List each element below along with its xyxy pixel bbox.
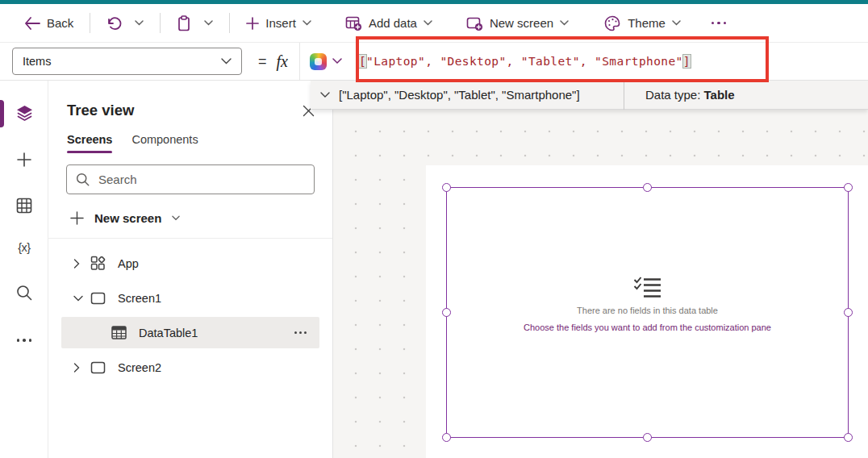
undo-button[interactable] (100, 11, 128, 35)
data-table-icon (111, 326, 127, 339)
left-rail: {x} (0, 81, 48, 458)
new-screen-label: New screen (94, 211, 161, 225)
resize-handle-bottom-right[interactable] (844, 433, 853, 442)
data-table-control[interactable]: There are no fields in this data table C… (446, 187, 849, 438)
resize-handle-middle-right[interactable] (844, 308, 853, 317)
chevron-right-icon[interactable] (73, 259, 85, 269)
formula-body: "Laptop", "Desktop", "Tablet", "Smartpho… (366, 55, 683, 68)
new-screen-tree-button[interactable]: New screen (48, 205, 332, 231)
more-icon (9, 339, 40, 342)
tree-list: App Screen1 DataTable (48, 239, 332, 385)
add-data-label: Add data (369, 16, 417, 30)
resize-handle-top-right[interactable] (844, 183, 853, 192)
tree-view-header: Tree view (48, 81, 332, 119)
theme-label: Theme (628, 16, 666, 30)
chevron-right-icon[interactable] (73, 363, 85, 373)
undo-menu-button[interactable] (128, 15, 150, 31)
copilot-icon (310, 53, 327, 70)
screen-icon (90, 292, 106, 305)
empty-state-title: There are no fields in this data table (577, 306, 718, 315)
chevron-down-icon (172, 215, 180, 221)
result-value: ["Laptop", "Desktop", "Tablet", "Smartph… (339, 88, 580, 102)
app-icon (90, 256, 106, 271)
new-screen-label: New screen (490, 16, 553, 30)
empty-state-link[interactable]: Choose the fields you want to add from t… (524, 323, 771, 332)
chevron-down-icon (332, 58, 342, 65)
theme-button[interactable]: Theme (598, 10, 687, 36)
search-input[interactable] (97, 172, 305, 187)
rail-item-data[interactable] (6, 191, 42, 220)
rail-item-tree-view[interactable] (6, 98, 42, 127)
divider (90, 13, 90, 33)
rail-item-more[interactable] (6, 326, 42, 355)
plus-icon (246, 17, 259, 30)
plus-icon (70, 211, 84, 225)
resize-handle-top-left[interactable] (442, 183, 451, 192)
add-data-button[interactable]: Add data (339, 10, 439, 36)
chevron-down-icon (672, 20, 681, 26)
search-icon (76, 173, 90, 186)
back-button[interactable]: Back (18, 11, 80, 35)
chevron-down-icon (221, 58, 232, 65)
divider (229, 13, 230, 33)
tree-search-box (66, 164, 315, 194)
power-apps-studio: Back Insert Add data New (0, 0, 868, 458)
result-value-section: ["Laptop", "Desktop", "Tablet", "Smartph… (311, 88, 624, 102)
equals-sign: = (258, 53, 267, 70)
command-bar: Back Insert Add data New (0, 4, 868, 42)
tab-components[interactable]: Components (131, 133, 198, 153)
more-commands-button[interactable] (703, 22, 735, 25)
tree-item-screen1[interactable]: Screen1 (48, 281, 332, 315)
tree-item-screen2[interactable]: Screen2 (48, 350, 332, 385)
tree-item-label: Screen1 (118, 292, 161, 305)
resize-handle-bottom-center[interactable] (643, 433, 652, 442)
insert-button[interactable]: Insert (240, 11, 318, 35)
new-screen-button[interactable]: New screen (460, 10, 575, 36)
data-table-icon (16, 198, 32, 214)
design-canvas[interactable]: There are no fields in this data table C… (333, 81, 868, 458)
undo-icon (106, 16, 122, 31)
formula-bar: Items = fx ["Laptop", "Desktop", "Tablet… (0, 42, 868, 81)
rail-item-search[interactable] (6, 278, 42, 307)
chevron-down-icon[interactable] (73, 295, 85, 302)
formula-input[interactable]: ["Laptop", "Desktop", "Tablet", "Smartph… (359, 55, 691, 68)
copilot-button[interactable] (299, 43, 348, 80)
divider (160, 13, 161, 33)
panel-title: Tree view (67, 102, 134, 119)
variables-icon: {x} (18, 241, 30, 254)
tree-item-datatable1[interactable]: DataTable1 (61, 317, 319, 348)
open-bracket: [ (359, 55, 366, 68)
rail-item-variables[interactable]: {x} (6, 233, 42, 262)
collapse-chevron-icon[interactable] (320, 92, 330, 98)
back-arrow-icon (24, 17, 40, 30)
resize-handle-bottom-left[interactable] (442, 433, 451, 442)
tree-item-label: DataTable1 (139, 327, 198, 339)
tree-item-label: Screen2 (118, 361, 161, 374)
resize-handle-middle-left[interactable] (442, 308, 451, 317)
data-type-section: Data type: Table (624, 88, 735, 102)
item-more-button[interactable] (294, 331, 307, 334)
chevron-down-icon (135, 20, 144, 26)
formula-result-bar: ["Laptop", "Desktop", "Tablet", "Smartph… (311, 81, 868, 110)
close-bracket: ] (683, 55, 691, 68)
data-type-label: Data type: (645, 88, 700, 102)
plus-icon (17, 152, 31, 167)
tree-view-tabs: Screens Components (48, 133, 332, 153)
tree-view-layers-icon (15, 104, 34, 122)
theme-palette-icon (604, 15, 621, 31)
rail-item-insert[interactable] (6, 145, 42, 174)
property-selector[interactable]: Items (12, 48, 242, 75)
tree-item-app[interactable]: App (48, 246, 332, 281)
tab-screens[interactable]: Screens (67, 133, 112, 153)
chevron-down-icon (303, 20, 311, 26)
tree-item-label: App (118, 257, 139, 270)
resize-handle-top-center[interactable] (643, 183, 652, 192)
paste-button[interactable] (170, 10, 198, 36)
tree-view-panel: Tree view Screens Components New screen (48, 81, 333, 458)
chevron-down-icon (560, 20, 569, 26)
main-region: {x} Tree view Screens Components (0, 81, 868, 458)
checklist-icon (633, 277, 662, 298)
property-selector-value: Items (23, 55, 51, 68)
search-icon (16, 285, 32, 301)
paste-menu-button[interactable] (198, 15, 219, 31)
